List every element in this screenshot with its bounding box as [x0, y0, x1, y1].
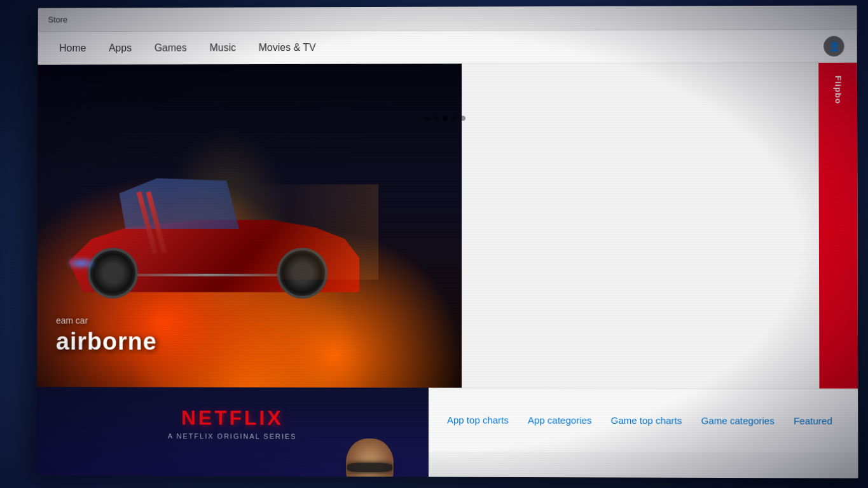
character-figure — [301, 438, 429, 478]
store-window: Store 👤 Home Apps Games Music Movies & T… — [37, 6, 858, 478]
nav-music[interactable]: Music — [201, 37, 245, 58]
netflix-brand: NETFLIX — [168, 406, 297, 430]
screen-wrapper: Store 👤 Home Apps Games Music Movies & T… — [0, 0, 868, 488]
nav-bar: Home Apps Games Music Movies & TV — [38, 30, 857, 65]
dot-3[interactable] — [443, 116, 448, 121]
title-bar: Store — [38, 6, 857, 32]
carousel-dots — [425, 116, 465, 121]
dot-4[interactable] — [451, 116, 457, 121]
character-head — [346, 438, 394, 478]
link-game-top-charts[interactable]: Game top charts — [611, 415, 682, 426]
netflix-logo-area: NETFLIX A NETFLIX ORIGINAL SERIES — [168, 406, 297, 440]
app-title: Store — [48, 15, 68, 24]
flipboard-panel[interactable]: Flipbo — [818, 63, 858, 389]
nav-games[interactable]: Games — [146, 37, 196, 58]
car-headlight — [69, 259, 94, 268]
game-subtitle: eam car — [56, 315, 157, 325]
hero-section: eam car airborne — [37, 63, 858, 389]
link-app-top-charts[interactable]: App top charts — [447, 414, 509, 425]
character-glasses — [347, 463, 392, 472]
nav-movies-tv[interactable]: Movies & TV — [250, 37, 325, 58]
nav-apps[interactable]: Apps — [100, 37, 141, 58]
dot-5[interactable] — [460, 116, 465, 121]
car-illustration — [50, 165, 378, 311]
game-title: airborne — [56, 328, 157, 355]
game-info: eam car airborne — [56, 315, 157, 355]
car-windshield — [113, 178, 240, 229]
flipboard-label: Flipbo — [833, 76, 843, 104]
user-icon-symbol: 👤 — [829, 41, 839, 51]
dot-2[interactable] — [434, 116, 439, 121]
link-featured[interactable]: Featured — [794, 416, 832, 426]
netflix-series-label: A NETFLIX ORIGINAL SERIES — [168, 432, 297, 440]
speed-effect — [252, 184, 378, 280]
nav-home[interactable]: Home — [50, 37, 95, 59]
dot-1[interactable] — [425, 116, 430, 121]
car-wheel-left — [88, 248, 138, 299]
hero-left-panel[interactable]: eam car airborne — [37, 64, 462, 388]
hero-right-panel[interactable]: NETFLIX A NETFLIX ORIGINAL SERIES MARVEL… — [37, 387, 429, 478]
link-game-categories[interactable]: Game categories — [701, 415, 775, 426]
link-app-categories[interactable]: App categories — [528, 415, 592, 426]
user-avatar[interactable]: 👤 — [823, 36, 844, 57]
